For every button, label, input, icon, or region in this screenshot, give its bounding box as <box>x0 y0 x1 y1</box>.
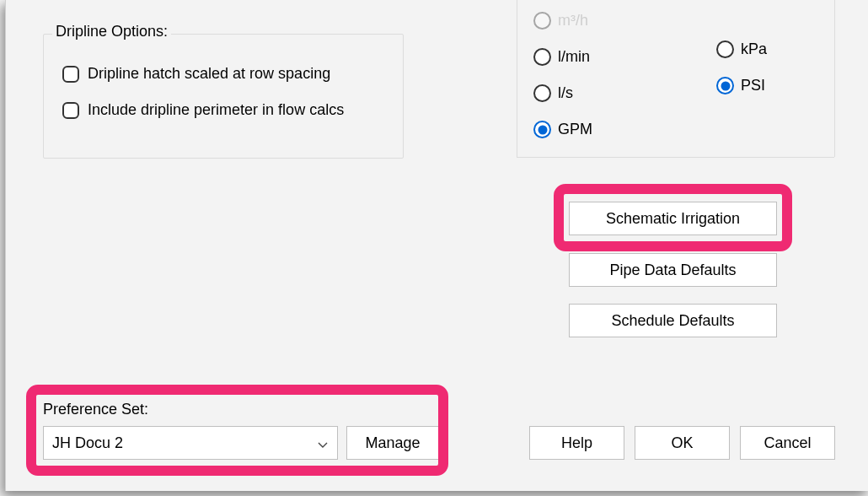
preference-set-value: JH Docu 2 <box>52 434 123 452</box>
radio-icon <box>533 84 551 102</box>
units-panel-border <box>834 0 835 157</box>
cancel-button[interactable]: Cancel <box>740 426 835 460</box>
radio-press-psi[interactable]: PSI <box>716 77 767 94</box>
checkbox-label: Dripline hatch scaled at row spacing <box>88 65 330 83</box>
radio-flow-gpm[interactable]: GPM <box>533 121 592 138</box>
radio-press-kpa[interactable]: kPa <box>716 40 767 58</box>
radio-icon <box>533 121 551 138</box>
radio-icon <box>716 77 734 94</box>
button-label: Pipe Data Defaults <box>609 261 736 279</box>
units-panel-border <box>517 157 834 158</box>
button-label: Manage <box>365 434 420 452</box>
manage-button[interactable]: Manage <box>346 426 439 460</box>
radio-label: l/s <box>558 84 573 102</box>
radio-flow-m3h[interactable]: m³/h <box>533 12 592 30</box>
radio-label: GPM <box>558 121 592 138</box>
preference-set-select[interactable]: JH Docu 2 <box>43 426 338 460</box>
radio-icon <box>533 48 551 66</box>
button-label: Cancel <box>764 434 811 452</box>
radio-label: m³/h <box>558 12 588 30</box>
ok-button[interactable]: OK <box>635 426 730 460</box>
button-label: Help <box>561 434 592 452</box>
radio-icon <box>533 12 551 30</box>
pipe-data-defaults-button[interactable]: Pipe Data Defaults <box>569 253 777 287</box>
radio-label: kPa <box>741 40 767 58</box>
checkbox-icon <box>62 102 79 119</box>
button-label: Schedule Defaults <box>611 312 734 330</box>
pressure-units-group: kPa PSI <box>716 40 767 94</box>
radio-label: PSI <box>741 77 765 94</box>
help-button[interactable]: Help <box>529 426 624 460</box>
radio-flow-lmin[interactable]: l/min <box>533 48 592 66</box>
radio-icon <box>716 40 734 58</box>
dripline-options-legend: Dripline Options: <box>52 23 171 40</box>
preference-set-label: Preference Set: <box>43 401 148 418</box>
checkbox-label: Include dripline perimeter in flow calcs <box>88 101 344 119</box>
schematic-irrigation-button[interactable]: Schematic Irrigation <box>569 202 777 235</box>
radio-flow-ls[interactable]: l/s <box>533 84 592 102</box>
schedule-defaults-button[interactable]: Schedule Defaults <box>569 304 777 337</box>
flow-units-group: m³/h l/min l/s GPM <box>533 12 592 138</box>
checkbox-include-perimeter[interactable]: Include dripline perimeter in flow calcs <box>62 101 344 119</box>
radio-label: l/min <box>558 48 590 66</box>
checkbox-dripline-hatch[interactable]: Dripline hatch scaled at row spacing <box>62 65 344 83</box>
button-label: Schematic Irrigation <box>606 210 740 228</box>
chevron-down-icon <box>317 437 329 449</box>
button-label: OK <box>671 434 693 452</box>
dripline-options-fieldset: Dripline Options: Dripline hatch scaled … <box>43 34 404 159</box>
checkbox-icon <box>62 66 79 83</box>
units-panel-border <box>517 0 517 157</box>
